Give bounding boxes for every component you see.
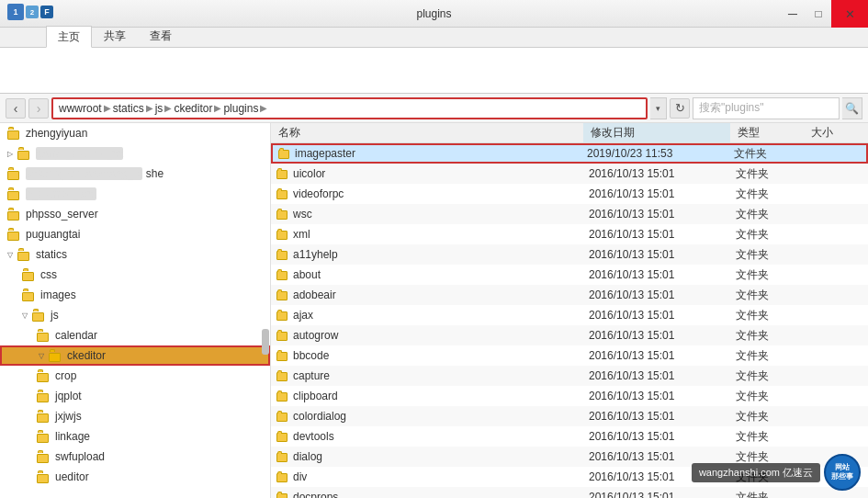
tab-view[interactable]: 查看 [138, 25, 184, 47]
table-row[interactable]: autogrow2016/10/13 15:01文件夹 [271, 325, 868, 345]
sidebar-label: css [40, 268, 57, 281]
sidebar-label: linkage [55, 430, 90, 443]
table-row[interactable]: clipboard2016/10/13 15:01文件夹 [271, 386, 868, 406]
expand-arrow: ▷ [7, 150, 17, 158]
sidebar-item-phpsso[interactable]: phpsso_server [0, 204, 270, 224]
refresh-button[interactable]: ↻ [670, 98, 690, 119]
file-type-cell: 文件夹 [730, 409, 804, 424]
folder-icon [276, 431, 289, 442]
qat-btn-f[interactable]: F [40, 6, 53, 18]
file-name-cell: clipboard [271, 390, 583, 402]
sidebar-label: calendar [55, 329, 97, 342]
file-modified-cell: 2016/10/13 15:01 [583, 228, 730, 241]
folder-icon [7, 228, 22, 241]
maximize-button[interactable]: □ [806, 0, 831, 28]
qat-btn-2[interactable]: 2 [26, 6, 39, 18]
table-row[interactable]: wsc2016/10/13 15:01文件夹 [271, 204, 868, 224]
sidebar-label: jxjwjs [55, 410, 82, 423]
sidebar-label: p_blurred_text [26, 187, 96, 200]
file-name-text: a11yhelp [293, 248, 338, 261]
address-part-plugins: plugins [223, 102, 258, 115]
sidebar-item-js[interactable]: ▽ js [0, 305, 270, 325]
table-row[interactable]: videoforpc2016/10/13 15:01文件夹 [271, 184, 868, 204]
sidebar-label: puguangtai [26, 228, 80, 241]
sidebar-item-shidang[interactable]: shidangrenlianzhang_bl she [0, 164, 270, 184]
table-row[interactable]: imagepaster2019/10/23 11:53文件夹 [271, 143, 868, 164]
forward-button[interactable]: › [28, 98, 49, 119]
search-box[interactable]: 搜索"plugins" [693, 97, 840, 119]
sidebar-item-jxjwjs[interactable]: jxjwjs [0, 406, 270, 426]
file-name-text: clipboard [293, 390, 338, 402]
file-type-cell: 文件夹 [730, 227, 804, 243]
table-row[interactable]: xml2016/10/13 15:01文件夹 [271, 224, 868, 244]
sidebar-item-ckeditor[interactable]: ▽ ckeditor [0, 345, 270, 366]
col-header-name[interactable]: 名称 [271, 123, 583, 142]
search-icon[interactable]: 🔍 [842, 97, 862, 119]
folder-icon [276, 289, 289, 300]
address-bar[interactable]: wwwroot ▶ statics ▶ js ▶ ckeditor ▶ plug… [51, 97, 648, 119]
sidebar-item-linkage[interactable]: linkage [0, 426, 270, 447]
file-modified-cell: 2016/10/13 15:01 [583, 187, 730, 200]
sidebar-item-ueditor[interactable]: ueditor [0, 467, 270, 487]
sidebar-label: images [40, 289, 76, 301]
table-row[interactable]: bbcode2016/10/13 15:01文件夹 [271, 345, 868, 366]
file-name-text: wsc [293, 208, 312, 221]
file-name-cell: autogrow [271, 329, 583, 342]
qat-btn-1[interactable]: 1 [7, 4, 24, 20]
sidebar-item-images[interactable]: images [0, 285, 270, 305]
table-row[interactable]: adobeair2016/10/13 15:01文件夹 [271, 285, 868, 305]
folder-icon [49, 349, 63, 362]
tab-share[interactable]: 共享 [92, 25, 138, 47]
col-header-type[interactable]: 类型 [730, 123, 804, 142]
file-name-cell: about [271, 268, 583, 281]
sidebar-scrollbar[interactable] [262, 329, 269, 355]
sidebar-item-statics[interactable]: ▽ statics [0, 244, 270, 265]
back-button[interactable]: ‹ [6, 98, 26, 119]
folder-icon [276, 209, 289, 220]
folder-icon [276, 390, 289, 402]
sidebar-item-ganyu[interactable]: ▷ ganyu_blurred_xx [0, 143, 270, 164]
sidebar-item-crop[interactable]: crop [0, 366, 270, 386]
table-row[interactable]: about2016/10/13 15:01文件夹 [271, 265, 868, 285]
address-dropdown-button[interactable]: ▾ [650, 97, 667, 119]
file-type-cell: 文件夹 [730, 267, 804, 283]
file-name-text: videoforpc [293, 187, 344, 200]
sidebar-item-puguangtai[interactable]: puguangtai [0, 224, 270, 244]
file-name-cell: devtools [271, 430, 583, 443]
table-row[interactable]: capture2016/10/13 15:01文件夹 [271, 366, 868, 386]
file-type-cell: 文件夹 [730, 187, 804, 202]
sidebar-item-swfupload[interactable]: swfupload [0, 447, 270, 467]
file-name-text: dialog [293, 450, 322, 463]
sidebar-item-zhengyiyuan[interactable]: zhengyiyuan [0, 123, 270, 143]
minimize-button[interactable]: ─ [780, 0, 806, 28]
table-row[interactable]: uicolor2016/10/13 15:01文件夹 [271, 164, 868, 184]
folder-icon [276, 229, 289, 240]
sidebar-item-p[interactable]: p_blurred_text [0, 184, 270, 204]
tab-home[interactable]: 主页 [46, 26, 92, 48]
close-button[interactable]: ✕ [831, 0, 868, 28]
col-header-modified[interactable]: 修改日期 [583, 123, 730, 142]
table-row[interactable]: colordialog2016/10/13 15:01文件夹 [271, 406, 868, 426]
sidebar-label: ckeditor [67, 349, 106, 362]
folder-icon [37, 369, 51, 382]
file-name-text: devtools [293, 430, 334, 443]
file-name-text: imagepaster [295, 147, 355, 160]
table-row[interactable]: devtools2016/10/13 15:01文件夹 [271, 426, 868, 447]
watermark-text-label: wangzhanshi.com 亿速云 [692, 463, 820, 482]
address-part-ckeditor: ckeditor [174, 102, 212, 115]
ribbon-tabs: 主页 共享 查看 [0, 28, 868, 48]
file-type-cell: 文件夹 [730, 308, 804, 323]
file-type-cell: 文件夹 [730, 328, 804, 344]
sidebar-label: ganyu_blurred_xx [36, 147, 123, 160]
sidebar-item-css[interactable]: css [0, 265, 270, 285]
file-type-cell: 文件夹 [730, 247, 804, 263]
breadcrumb-sep-3: ▶ [164, 103, 172, 113]
col-header-size[interactable]: 大小 [804, 123, 868, 142]
table-row[interactable]: a11yhelp2016/10/13 15:01文件夹 [271, 244, 868, 265]
file-name-cell: docprops [271, 491, 583, 498]
sidebar-item-calendar[interactable]: calendar [0, 325, 270, 345]
title-text: plugins [416, 7, 451, 20]
table-row[interactable]: ajax2016/10/13 15:01文件夹 [271, 305, 868, 325]
folder-icon [278, 148, 291, 159]
sidebar-item-jqplot[interactable]: jqplot [0, 386, 270, 406]
